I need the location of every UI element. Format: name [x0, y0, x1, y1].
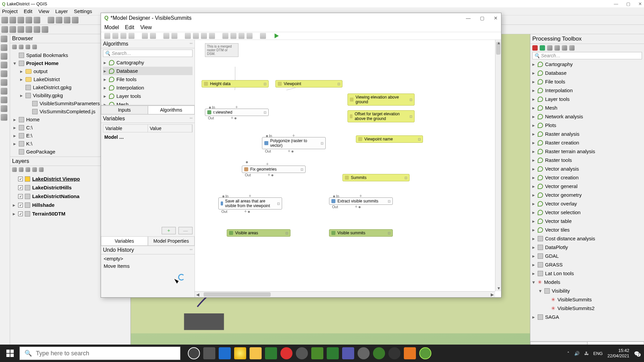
app-icon[interactable]	[234, 347, 246, 359]
output-visible-areas[interactable]: Visible areas⊡	[227, 229, 290, 237]
remove-variable-button[interactable]: —	[178, 227, 193, 234]
tool-icon[interactable]	[17, 26, 24, 33]
tray-notifications-icon[interactable]: 💬2	[634, 351, 639, 356]
toolbox-item[interactable]: ▸Vector analysis	[532, 165, 643, 173]
tray-clock[interactable]: 15:4222/04/2021	[607, 348, 629, 359]
input-viewpoint-name[interactable]: Viewpoint name⊡	[356, 135, 423, 143]
tool-icon[interactable]	[9, 26, 16, 33]
tool-icon[interactable]	[1, 79, 7, 86]
zoom-icon[interactable]	[201, 33, 207, 39]
designer-tb-icon[interactable]	[230, 33, 236, 39]
toolbox-item[interactable]: ▸Cost distance analysis	[532, 234, 643, 243]
tool-icon[interactable]	[1, 70, 7, 77]
menu-layer[interactable]: Layer	[55, 8, 68, 14]
obs-icon[interactable]	[388, 347, 400, 359]
toolbox-item[interactable]: ▸Plots	[532, 121, 643, 130]
toolbox-search[interactable]: 🔍 Search…	[532, 52, 642, 59]
tool-icon[interactable]	[9, 17, 16, 23]
designer-minimize-icon[interactable]: —	[466, 15, 471, 21]
designer-tb-icon[interactable]	[247, 33, 253, 39]
toolbox-item[interactable]: ▸Network analysis	[532, 112, 643, 121]
browser-tb-icon[interactable]	[19, 45, 23, 49]
cortana-icon[interactable]	[188, 347, 200, 359]
menu-view[interactable]: View	[39, 8, 49, 14]
toolbox-item[interactable]: ▸GRASS	[532, 260, 643, 269]
algo-tree-item[interactable]: ▸File tools	[103, 75, 193, 83]
layers-tb-icon[interactable]	[19, 167, 23, 172]
add-variable-button[interactable]: ＋	[162, 227, 176, 234]
algo-tree-item[interactable]: ▸Mesh	[103, 100, 193, 105]
toolbox-item[interactable]: ▸Interpolation	[532, 86, 643, 95]
minimize-icon[interactable]: —	[614, 1, 618, 6]
qgis-icon[interactable]	[373, 347, 385, 359]
layers-tb-icon[interactable]	[32, 167, 37, 172]
qgis-active-icon[interactable]	[419, 347, 431, 359]
toolbox-item[interactable]: ▸Raster terrain analysis	[532, 147, 643, 156]
toolbox-tb-icon[interactable]	[547, 45, 552, 51]
browser-tb-icon[interactable]	[32, 45, 37, 49]
tool-icon[interactable]	[1, 62, 7, 68]
toolbox-tree[interactable]: ▸Cartography▸Database▸File tools▸Interpo…	[530, 59, 644, 341]
designer-tb-icon[interactable]	[142, 33, 148, 39]
designer-tb-icon[interactable]	[260, 33, 266, 39]
menu-settings[interactable]: Settings	[74, 8, 92, 14]
taskbar[interactable]: 🔍Type here to search ˄ 🔊 🖧 ENG 15:4222/0…	[0, 345, 644, 362]
steam-icon[interactable]	[296, 347, 308, 359]
tray-lang[interactable]: ENG	[593, 351, 603, 356]
tool-icon[interactable]	[34, 26, 40, 33]
toolbox-item[interactable]: ▸DataPlotly	[532, 243, 643, 252]
maximize-icon[interactable]: ▢	[626, 1, 630, 6]
toolbox-item[interactable]: ▸GDAL	[532, 252, 643, 260]
redo-icon[interactable]	[171, 33, 177, 39]
tab-variables[interactable]: Variables	[101, 236, 148, 246]
dock-icon[interactable]: ▫▫	[190, 247, 193, 253]
run-icon[interactable]	[273, 33, 279, 39]
toolbox-item[interactable]: ▸Vector overlay	[532, 199, 643, 208]
start-button[interactable]	[1, 345, 19, 362]
layers-tb-icon[interactable]	[39, 167, 44, 172]
tool-icon[interactable]	[17, 17, 24, 23]
tray-volume-icon[interactable]: 🔊	[574, 351, 580, 356]
toolbox-item[interactable]: ▸Vector geometry	[532, 191, 643, 199]
toolbox-item[interactable]: ▸Mesh	[532, 104, 643, 112]
toolbox-item[interactable]: ▸Vector general	[532, 182, 643, 191]
designer-menubar[interactable]: Model Edit View	[101, 23, 501, 32]
tab-model-properties[interactable]: Model Properties	[148, 236, 195, 246]
tool-icon[interactable]	[25, 17, 32, 23]
designer-tb-icon[interactable]	[120, 33, 126, 39]
model-designer-window[interactable]: Q *Model Designer - VisibleSummits — ▢ ✕…	[101, 13, 501, 298]
tool-icon[interactable]	[1, 26, 8, 33]
menu-edit[interactable]: Edit	[24, 8, 33, 14]
algo-tree-item[interactable]: ▸Interpolation	[103, 83, 193, 92]
alg-rviewshed[interactable]: In+ r.viewshed⊡ Out+	[205, 109, 269, 116]
calc-icon[interactable]	[311, 347, 323, 359]
toolbox-item[interactable]: ▸SAGA	[532, 313, 643, 321]
toolbox-tb-icon[interactable]	[540, 45, 545, 51]
toolbox-item[interactable]: ▸Lat Lon tools	[532, 269, 643, 278]
toolbox-item[interactable]: ▾✳Models	[532, 278, 643, 287]
algo-tree-item[interactable]: ▸Database	[103, 67, 193, 75]
designer-menu-model[interactable]: Model	[104, 24, 119, 31]
browser-tb-icon[interactable]	[12, 45, 17, 49]
model-canvas[interactable]: This is a merged raster DTM or DSM. Heig…	[195, 40, 501, 297]
undo-icon[interactable]	[163, 33, 169, 39]
algo-tree-item[interactable]: ▸Cartography	[103, 58, 193, 67]
gvim-icon[interactable]	[327, 347, 339, 359]
vim-icon[interactable]	[265, 347, 277, 359]
designer-tb-icon[interactable]	[112, 33, 118, 39]
tool-icon[interactable]	[56, 17, 62, 23]
toolbox-item[interactable]: ▸Raster creation	[532, 138, 643, 147]
tray-network-icon[interactable]: 🖧	[584, 351, 589, 356]
dock-icon[interactable]: ▫▫	[190, 116, 193, 122]
tool-icon[interactable]	[72, 17, 78, 23]
left-toolstrip[interactable]	[0, 34, 10, 352]
designer-menu-view[interactable]: View	[140, 24, 152, 31]
layers-tb-icon[interactable]	[25, 167, 30, 172]
tool-icon[interactable]	[1, 17, 8, 23]
canvas-hscroll[interactable]: ◀▶	[195, 291, 495, 297]
edge-icon[interactable]	[219, 347, 231, 359]
alg-polygonize[interactable]: In+ Polygonize (raster to vector)⊡ Out+	[262, 137, 326, 149]
taskview-icon[interactable]	[203, 347, 215, 359]
close-icon[interactable]: ✕	[638, 1, 642, 6]
canvas-vscroll[interactable]: ▲▼	[495, 40, 501, 291]
